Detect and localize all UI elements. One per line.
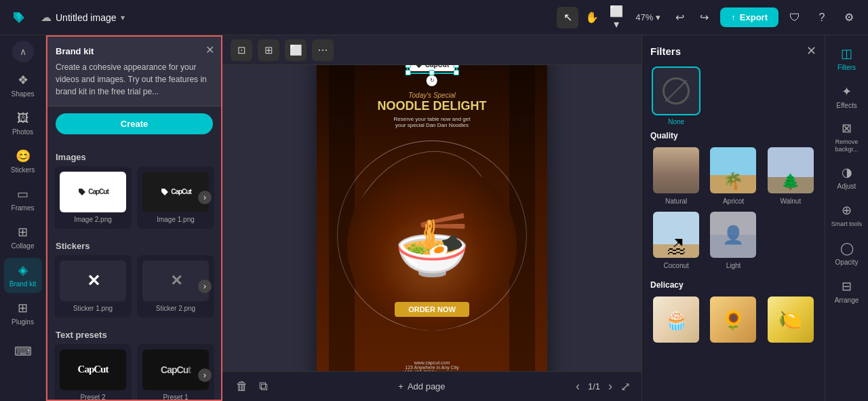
natural-preview (653, 147, 699, 193)
plugins-icon: ⊞ (18, 301, 28, 316)
handle-bottom-middle[interactable] (429, 70, 435, 75)
preset-2-label: Preset 2 (80, 394, 105, 400)
canvas-area: ⊡ ⊞ ⬜ ··· CapCut (222, 35, 642, 401)
delicacy-2-preview: 🌻 (710, 297, 756, 343)
sticker-1-thumbnail: ✕ (60, 261, 126, 301)
sidebar-item-shapes[interactable]: ❖ Shapes (4, 68, 42, 103)
document-title[interactable]: Untitled image (56, 12, 117, 23)
handle-bottom-left[interactable] (406, 70, 411, 75)
filter-apricot[interactable]: 🌴 Apricot (707, 146, 759, 205)
filters-panel: Filters ✕ None Quality Na (642, 35, 825, 401)
sidebar-item-keyboard[interactable]: ⌨ (4, 334, 42, 369)
filters-header: Filters ✕ (650, 43, 816, 58)
duplicate-page-button[interactable]: ⧉ (256, 377, 271, 396)
sidebar-item-frames[interactable]: ▭ Frames (4, 182, 42, 217)
next-page-button[interactable]: › (606, 377, 615, 396)
bottom-left-tools: 🗑 ⧉ (233, 377, 271, 396)
fullscreen-button[interactable]: ⤢ (620, 379, 631, 394)
filter-natural-label: Natural (665, 197, 687, 205)
cloud-icon: ☁ (41, 11, 52, 24)
crop-tool-button[interactable]: ⊡ (231, 39, 252, 61)
handle-bottom-right[interactable] (453, 70, 458, 75)
title-chevron-icon[interactable]: ▾ (121, 13, 125, 22)
canvas-frame[interactable]: CapCut ↻ (317, 65, 547, 371)
image-1-label: Image 1.png (157, 216, 195, 223)
add-page-button[interactable]: + Add page (398, 381, 445, 392)
rotate-handle[interactable]: ↻ (427, 75, 437, 86)
stickers-carousel-next-button[interactable]: › (198, 280, 212, 293)
filter-delicacy-3[interactable]: 🍋 (765, 295, 816, 344)
stickers-grid: ✕ Sticker 1.png ✕ Sticker 2.png › (47, 255, 221, 324)
sidebar-item-plugins[interactable]: ⊞ Plugins (4, 296, 42, 331)
main-layout: ∧ ❖ Shapes 🖼 Photos 😊 Stickers ▭ Frames … (0, 35, 868, 401)
export-arrow-icon: ↑ (731, 12, 736, 22)
sidebar-item-collage[interactable]: ⊞ Collage (4, 220, 42, 255)
filter-delicacy-1-thumb: 🧁 (652, 295, 701, 344)
nav-collapse-button[interactable]: ∧ (12, 41, 34, 62)
frame-tool-button[interactable]: ⬜ ▾ (606, 7, 627, 28)
sidebar-item-brand-label: Brand kit (9, 280, 36, 288)
images-grid: CapCut Image 2.png CapCut Image 1.png › (47, 166, 221, 235)
delete-page-button[interactable]: 🗑 (233, 377, 251, 396)
redo-button[interactable]: ↪ (693, 7, 715, 28)
prev-page-button[interactable]: ‹ (573, 377, 583, 396)
right-tool-arrange[interactable]: ⊟ Arrange (828, 274, 866, 309)
sticker-item-2[interactable]: ✕ Sticker 2.png › (137, 255, 214, 318)
filter-light[interactable]: 👤 Light (707, 210, 759, 269)
sticker-item-1[interactable]: ✕ Sticker 1.png (54, 255, 132, 318)
right-tool-filters[interactable]: ◫ Filters (828, 41, 866, 76)
filter-none[interactable]: None (650, 66, 702, 126)
more-options-button[interactable]: ··· (312, 39, 334, 61)
filter-delicacy-2[interactable]: 🌻 (707, 295, 759, 344)
undo-button[interactable]: ↩ (669, 7, 690, 28)
app-logo (8, 7, 30, 28)
right-tool-remove-bg-label: Remove backgr... (831, 138, 863, 153)
filter-delicacy-3-thumb: 🍋 (766, 295, 815, 344)
filter-delicacy-1[interactable]: 🧁 (650, 295, 702, 344)
filter-natural[interactable]: Natural (650, 146, 702, 205)
filter-coconut[interactable]: 🏖 Coconut (650, 210, 702, 269)
cursor-tool-button[interactable]: ↖ (557, 7, 578, 28)
grid-tool-button[interactable]: ⊞ (258, 39, 279, 61)
zoom-control[interactable]: 47% ▾ (630, 9, 666, 25)
canvas-wrapper[interactable]: CapCut ↻ (222, 65, 642, 371)
settings-button[interactable]: ⚙ (838, 7, 860, 28)
presets-carousel-next-button[interactable]: › (198, 368, 212, 382)
filter-none-label: None (668, 118, 684, 126)
effects-tool-icon: ✦ (842, 84, 852, 99)
preset-item-2[interactable]: CapCut Preset 2 (54, 344, 132, 400)
text-presets-grid: CapCut Preset 2 CapCut Preset 1 › (47, 344, 221, 400)
sidebar-item-stickers[interactable]: 😊 Stickers (4, 144, 42, 179)
text-presets-section-title: Text presets (47, 324, 221, 344)
filter-walnut[interactable]: 🌲 Walnut (765, 146, 816, 205)
hand-tool-button[interactable]: ✋ (581, 7, 603, 28)
brand-tooltip-close-button[interactable]: ✕ (205, 43, 214, 56)
sidebar-item-collage-label: Collage (12, 242, 35, 250)
preset-1-thumbnail: CapCut (142, 349, 209, 390)
shield-button[interactable]: 🛡 (784, 7, 806, 28)
selection-box: ↻ (407, 65, 458, 74)
brand-create-button[interactable]: Create (56, 113, 213, 134)
filter-delicacy-2-thumb: 🌻 (709, 295, 757, 344)
photos-icon: 🖼 (17, 111, 29, 126)
sidebar-item-photos[interactable]: 🖼 Photos (4, 106, 42, 141)
frame-adjust-button[interactable]: ⬜ (285, 39, 307, 61)
brand-logo-element[interactable]: CapCut ↻ (410, 65, 455, 71)
preset-item-1[interactable]: CapCut Preset 1 › (137, 344, 214, 400)
filter-coconut-thumb: 🏖 (652, 210, 701, 259)
images-carousel-next-button[interactable]: › (198, 191, 212, 204)
right-tool-smart-tools[interactable]: ⊕ Smart tools (828, 198, 866, 233)
right-tool-remove-bg[interactable]: ⊠ Remove backgr... (828, 117, 866, 157)
image-item-2[interactable]: CapCut Image 2.png (54, 166, 132, 229)
filters-close-button[interactable]: ✕ (806, 43, 816, 58)
handle-middle-right[interactable] (453, 65, 458, 68)
help-button[interactable]: ? (811, 7, 833, 28)
export-button[interactable]: ↑ Export (720, 7, 778, 27)
right-tool-effects[interactable]: ✦ Effects (828, 79, 866, 114)
sidebar-item-brand[interactable]: ◈ Brand kit (4, 258, 42, 293)
handle-middle-left[interactable] (406, 65, 411, 68)
right-tool-opacity[interactable]: ◯ Opacity (828, 236, 866, 271)
right-tool-adjust[interactable]: ◑ Adjust (828, 160, 866, 195)
image-item-1[interactable]: CapCut Image 1.png › (137, 166, 214, 229)
light-preview: 👤 (710, 212, 756, 258)
